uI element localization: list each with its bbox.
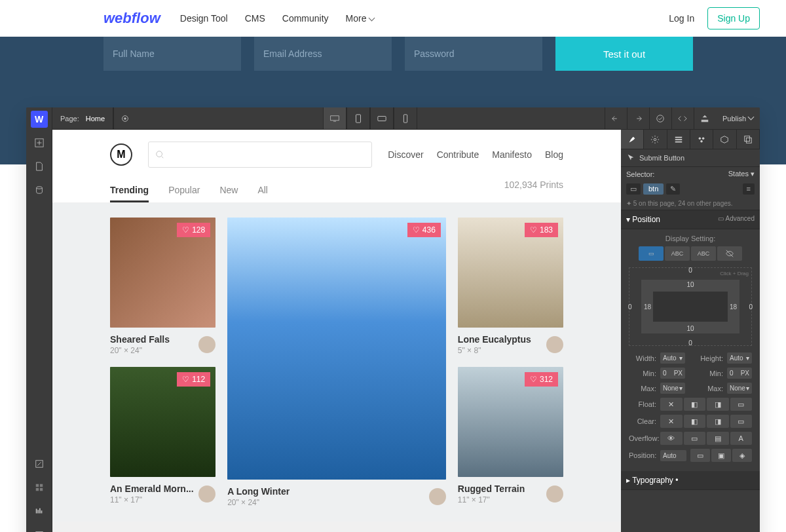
nav-design-tool[interactable]: Design Tool: [180, 13, 228, 24]
card-rugged-terrain[interactable]: ♡312 Rugged Terrain11" × 17": [458, 367, 563, 504]
login-link[interactable]: Log In: [669, 13, 694, 24]
overflow-visible-button[interactable]: 👁: [660, 432, 683, 445]
site-nav-blog[interactable]: Blog: [545, 149, 563, 160]
overflow-auto-button[interactable]: A: [730, 432, 753, 445]
left-rail: W: [26, 107, 52, 532]
tab-new[interactable]: New: [219, 180, 238, 202]
publish-button[interactable]: Publish: [716, 107, 760, 129]
preview-eye-icon[interactable]: [113, 107, 136, 130]
card-sheared-falls[interactable]: ♡128 Sheared Falls20" × 24": [110, 218, 215, 355]
display-none-icon[interactable]: [717, 246, 742, 261]
overflow-hidden-button[interactable]: ▭: [684, 432, 706, 445]
min-width-input[interactable]: 0PX: [660, 368, 685, 379]
desktop-icon[interactable]: [323, 107, 346, 129]
tab-popular[interactable]: Popular: [168, 180, 200, 202]
nav-community[interactable]: Community: [282, 13, 329, 24]
layout-tab-icon[interactable]: [667, 130, 690, 149]
search-input[interactable]: [148, 142, 372, 168]
signup-button[interactable]: Sign Up: [707, 7, 760, 29]
add-icon[interactable]: [26, 131, 52, 155]
position-input[interactable]: Auto: [660, 450, 686, 461]
card-long-winter[interactable]: ♡436 A Long Winter20" × 24": [227, 218, 446, 507]
settings-tab-icon[interactable]: [644, 130, 667, 149]
signup-form: Test it out: [103, 37, 693, 71]
site-nav-manifesto[interactable]: Manifesto: [492, 149, 532, 160]
position-rel-button[interactable]: ▭: [690, 449, 710, 462]
like-badge[interactable]: ♡112: [177, 372, 210, 387]
display-block-icon[interactable]: ▭: [639, 246, 664, 261]
avatar[interactable]: [198, 485, 215, 503]
site-logo[interactable]: M: [110, 143, 132, 166]
typography-section-header[interactable]: ▸ Typography •: [621, 471, 760, 490]
display-inlineblock-icon[interactable]: ABC: [665, 246, 690, 261]
position-section-header[interactable]: ▾ Position ▭ Advanced: [621, 210, 760, 229]
overflow-scroll-button[interactable]: ▤: [707, 432, 729, 445]
fullname-input[interactable]: [103, 37, 241, 71]
webflow-w-icon[interactable]: W: [26, 107, 52, 131]
float-right-button[interactable]: ◨: [707, 398, 729, 411]
design-canvas[interactable]: M Discover Contribute Manifesto Blog Tre…: [52, 130, 621, 532]
redo-icon[interactable]: [627, 107, 649, 130]
clear-right-button[interactable]: ◨: [707, 415, 729, 428]
position-fixed-button[interactable]: ◈: [732, 449, 752, 462]
site-nav-contribute[interactable]: Contribute: [437, 149, 479, 160]
tab-trending[interactable]: Trending: [110, 180, 149, 202]
site-nav-discover[interactable]: Discover: [388, 149, 423, 160]
export-icon[interactable]: [694, 107, 716, 130]
mobile-icon[interactable]: [394, 107, 417, 129]
style-tab-icon[interactable]: [621, 130, 644, 149]
grid-icon[interactable]: [26, 476, 52, 499]
card-emerald-morn[interactable]: ♡112 An Emerald Morn...11" × 17": [110, 367, 215, 504]
password-input[interactable]: [405, 37, 542, 71]
undo-icon[interactable]: [605, 107, 627, 130]
avatar[interactable]: [546, 336, 563, 353]
nav-more[interactable]: More: [346, 13, 374, 24]
selector-icon[interactable]: ▭: [626, 183, 641, 195]
like-badge[interactable]: ♡128: [177, 223, 210, 237]
webflow-logo[interactable]: webflow: [103, 10, 160, 27]
display-inline-icon[interactable]: ABC: [691, 246, 716, 261]
card-lone-eucalyptus[interactable]: ♡183 Lone Eucalyptus5" × 8": [458, 218, 563, 355]
selector-menu-icon[interactable]: ≡: [743, 183, 755, 195]
like-badge[interactable]: ♡312: [525, 372, 558, 387]
max-height-input[interactable]: None▾: [727, 383, 752, 394]
assets-tab-icon[interactable]: [713, 130, 736, 149]
position-abs-button[interactable]: ▣: [711, 449, 731, 462]
tablet-icon[interactable]: [346, 107, 370, 129]
check-icon[interactable]: [649, 107, 671, 130]
email-input[interactable]: [254, 37, 392, 71]
backup-tab-icon[interactable]: [737, 130, 760, 149]
box-model[interactable]: 0 0 0 0 Click + Drag 10 18 18 10: [629, 267, 752, 346]
class-chip[interactable]: btn: [643, 183, 664, 195]
code-icon[interactable]: [671, 107, 694, 130]
edit-class-icon[interactable]: ✎: [666, 183, 680, 195]
audit-icon[interactable]: [26, 499, 52, 523]
test-it-out-button[interactable]: Test it out: [555, 37, 693, 71]
tablet-landscape-icon[interactable]: [370, 107, 394, 129]
max-width-input[interactable]: None▾: [660, 383, 685, 394]
avatar[interactable]: [546, 485, 563, 503]
preview-icon[interactable]: [26, 523, 52, 532]
like-badge[interactable]: ♡183: [525, 223, 558, 237]
tab-all[interactable]: All: [257, 180, 268, 202]
avatar[interactable]: [198, 336, 215, 353]
clear-both-button[interactable]: ▭: [730, 415, 753, 428]
float-none-button[interactable]: ✕: [660, 398, 683, 411]
like-badge[interactable]: ♡436: [407, 223, 441, 237]
width-input[interactable]: Auto▾: [660, 352, 685, 364]
effects-tab-icon[interactable]: [690, 130, 713, 149]
float-full-button[interactable]: ▭: [730, 398, 753, 411]
avatar[interactable]: [429, 488, 446, 505]
height-input[interactable]: Auto▾: [727, 352, 752, 364]
page-selector[interactable]: Page: Home: [52, 107, 113, 129]
cms-icon[interactable]: [26, 178, 52, 202]
states-dropdown[interactable]: States ▾: [728, 170, 755, 178]
svg-rect-4: [39, 484, 42, 487]
nav-cms[interactable]: CMS: [245, 13, 265, 24]
navigator-icon[interactable]: [26, 452, 52, 476]
float-left-button[interactable]: ◧: [684, 398, 706, 411]
clear-left-button[interactable]: ◧: [684, 415, 706, 428]
page-icon[interactable]: [26, 155, 52, 178]
clear-none-button[interactable]: ✕: [660, 415, 683, 428]
min-height-input[interactable]: 0PX: [727, 368, 752, 379]
